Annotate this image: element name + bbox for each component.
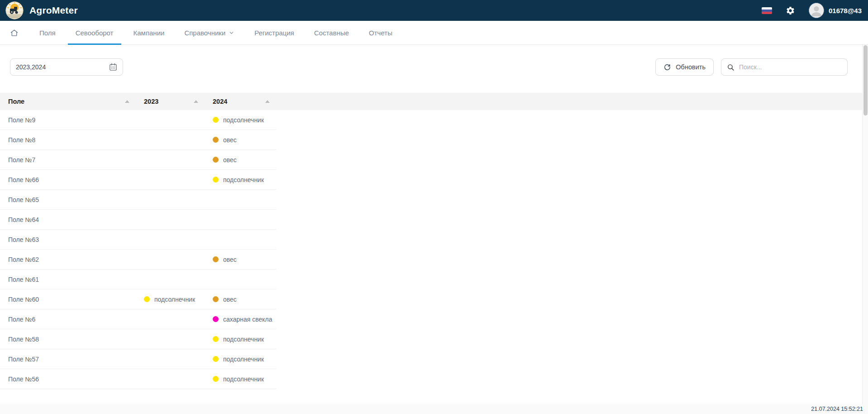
table-row[interactable]: Поле №60подсолнечниковес	[0, 289, 276, 309]
search-input[interactable]	[739, 63, 842, 71]
field-name-cell: Поле №56	[0, 375, 136, 383]
crop-label: овес	[223, 136, 237, 144]
agrometer-logo-icon	[5, 1, 24, 19]
user-avatar[interactable]	[809, 3, 824, 18]
crop-color-dot	[213, 137, 219, 143]
crop-label: сахарная свекла	[223, 316, 272, 323]
settings-gear-icon[interactable]	[786, 6, 795, 15]
nav-tab-2[interactable]: Севооборот	[66, 21, 124, 44]
crop-color-dot	[213, 316, 219, 322]
field-name-cell: Поле №65	[0, 196, 136, 203]
crop-cell: подсолнечник	[205, 116, 276, 124]
field-name-cell: Поле №58	[0, 336, 136, 343]
crop-color-dot	[213, 376, 219, 382]
table-row[interactable]: Поле №9подсолнечник	[0, 110, 276, 130]
table-row[interactable]: Поле №64	[0, 210, 276, 230]
crop-cell: подсолнечник	[136, 296, 205, 303]
table-row[interactable]: Поле №61	[0, 270, 276, 289]
table-row[interactable]: Поле №57подсолнечник	[0, 349, 276, 369]
column-header-2023[interactable]: 2023	[136, 93, 205, 110]
crop-rotation-table: Поле20232024 Поле №9подсолнечникПоле №8о…	[0, 93, 868, 389]
table-row[interactable]: Поле №65	[0, 190, 276, 210]
field-name-cell: Поле №64	[0, 216, 136, 223]
crop-color-dot	[213, 177, 219, 183]
crop-cell: подсолнечник	[205, 356, 276, 363]
field-name-cell: Поле №60	[0, 296, 136, 303]
table-row[interactable]: Поле №56подсолнечник	[0, 369, 276, 389]
column-header-label: 2024	[213, 98, 227, 105]
status-bar: 21.07.2024 15:52:21	[0, 404, 868, 414]
crop-cell: овес	[205, 256, 276, 263]
crop-label: овес	[223, 296, 237, 303]
calendar-icon[interactable]	[109, 63, 118, 72]
username-label[interactable]: 01678@43	[829, 7, 862, 14]
crop-cell: овес	[205, 296, 276, 303]
table-row[interactable]: Поле №58подсолнечник	[0, 329, 276, 349]
column-header-2024[interactable]: 2024	[205, 93, 276, 110]
field-name-cell: Поле №8	[0, 136, 136, 144]
nav-tab-7[interactable]: Отчеты	[359, 21, 402, 44]
vertical-scrollbar-track[interactable]	[862, 44, 868, 404]
nav-tab-label: Справочники	[184, 29, 225, 37]
nav-tab-5[interactable]: Регистрация	[244, 21, 304, 44]
nav-tab-label: Составные	[314, 29, 349, 37]
crop-label: подсолнечник	[223, 336, 264, 343]
column-header-label: 2023	[144, 98, 158, 105]
crop-label: подсолнечник	[154, 296, 195, 303]
refresh-button[interactable]: Обновить	[655, 58, 714, 76]
nav-tab-1[interactable]: Поля	[29, 21, 66, 44]
nav-tab-label: Поля	[39, 29, 56, 37]
home-icon[interactable]	[5, 21, 23, 44]
years-filter-input[interactable]	[16, 63, 109, 71]
field-name-cell: Поле №7	[0, 156, 136, 164]
crop-color-dot	[144, 296, 150, 302]
years-filter-field[interactable]	[10, 58, 123, 76]
crop-cell: сахарная свекла	[205, 316, 276, 323]
search-icon	[727, 63, 734, 71]
table-body: Поле №9подсолнечникПоле №8овесПоле №7ове…	[0, 110, 868, 389]
table-row[interactable]: Поле №7овес	[0, 150, 276, 170]
chevron-down-icon	[229, 30, 234, 36]
refresh-icon	[663, 63, 671, 71]
crop-cell: овес	[205, 156, 276, 164]
column-header-label: Поле	[8, 98, 24, 105]
language-flag-ru-icon[interactable]	[762, 7, 772, 14]
nav-tab-label: Отчеты	[369, 29, 392, 37]
crop-color-dot	[213, 117, 219, 123]
crop-cell: подсолнечник	[205, 375, 276, 383]
crop-color-dot	[213, 256, 219, 262]
field-name-cell: Поле №63	[0, 236, 136, 243]
app-header: AgroMeter 01678@43	[0, 0, 868, 21]
nav-tab-4[interactable]: Справочники	[174, 21, 244, 44]
active-tab-underline	[68, 43, 121, 45]
nav-tab-label: Регистрация	[254, 29, 294, 37]
sort-caret-icon[interactable]	[265, 100, 270, 103]
crop-color-dot	[213, 296, 219, 302]
filter-toolbar: Обновить	[0, 45, 868, 76]
field-name-cell: Поле №57	[0, 356, 136, 363]
crop-label: овес	[223, 156, 237, 164]
nav-tab-6[interactable]: Составные	[304, 21, 359, 44]
sort-caret-icon[interactable]	[194, 100, 198, 103]
field-name-cell: Поле №66	[0, 176, 136, 183]
column-header-Поле[interactable]: Поле	[0, 93, 136, 110]
crop-color-dot	[213, 336, 219, 342]
crop-cell: овес	[205, 136, 276, 144]
vertical-scrollbar-thumb[interactable]	[863, 45, 868, 116]
table-row[interactable]: Поле №8овес	[0, 130, 276, 150]
app-title: AgroMeter	[29, 5, 78, 16]
sort-caret-icon[interactable]	[125, 100, 129, 103]
crop-label: подсолнечник	[223, 116, 264, 124]
crop-color-dot	[213, 157, 219, 163]
table-row[interactable]: Поле №66подсолнечник	[0, 170, 276, 190]
nav-tab-3[interactable]: Кампании	[124, 21, 175, 44]
crop-cell: подсолнечник	[205, 336, 276, 343]
crop-label: подсолнечник	[223, 375, 264, 383]
table-row[interactable]: Поле №63	[0, 230, 276, 250]
search-field[interactable]	[721, 58, 848, 76]
field-name-cell: Поле №62	[0, 256, 136, 263]
table-header-row: Поле20232024	[0, 93, 868, 110]
nav-tabs: ПоляСевооборотКампанииСправочникиРегистр…	[29, 21, 402, 44]
table-row[interactable]: Поле №62овес	[0, 250, 276, 270]
table-row[interactable]: Поле №6сахарная свекла	[0, 309, 276, 329]
